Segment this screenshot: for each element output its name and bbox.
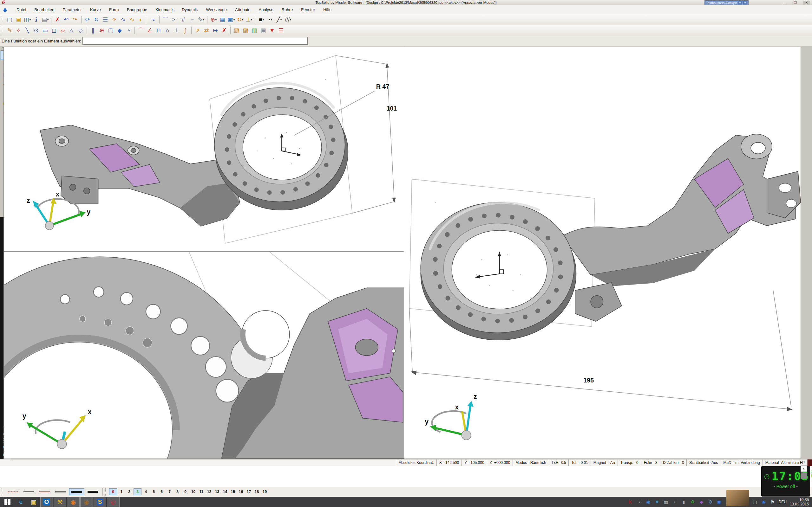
line-style-medium-black[interactable] [53,489,68,495]
file-explorer-taskbar-icon[interactable]: ▣ [28,497,40,507]
layer-2[interactable]: 2 [125,489,133,495]
frame-icon[interactable]: ◻ [50,26,58,35]
outlook-taskbar-icon[interactable]: O [40,497,53,507]
element-filters-icon[interactable]: ☰ [101,15,109,24]
hook-tool-icon[interactable]: ⌐ [188,15,196,24]
save-icon[interactable]: ◫▾ [23,15,32,24]
sweep-face-icon[interactable]: ◔ [124,26,133,35]
viewport-bottom-left[interactable]: y x [3,251,404,459]
layer-12[interactable]: 12 [206,489,213,495]
cockpit-dropdown-1-icon[interactable]: ▾ [738,1,742,4]
bend-curve-icon[interactable]: ⌒ [161,15,170,24]
menu-baugruppe[interactable]: Baugruppe [123,7,151,12]
open-document-icon[interactable]: ▣ [14,15,22,24]
workflow-tray-icon[interactable]: ◆ [699,499,705,504]
menu-hilfe[interactable]: Hilfe [319,7,335,12]
network-tray-icon[interactable]: ▢ [752,499,758,504]
start-button[interactable] [0,497,14,507]
view-layouts-dropdown-icon[interactable]: ▾ [234,18,235,21]
toolbar-handle[interactable] [105,488,107,496]
usb-stick-tray-icon[interactable]: ▮ [681,499,687,504]
zoom-dropdown-icon[interactable]: ▾ [215,18,217,21]
shading-mode-icon[interactable]: ◐ [137,15,145,24]
save-dropdown-icon[interactable]: ▾ [30,18,31,21]
fillet-corner-icon[interactable]: ⌒ [137,26,145,35]
toolbar-handle[interactable] [2,488,3,496]
grid-snap-icon[interactable]: # [179,15,188,24]
ellipse-icon[interactable]: ○ [67,26,76,35]
extrude-block-1-icon[interactable]: ▧ [233,26,241,35]
document-info-icon[interactable]: ℹ [32,15,40,24]
copy-operation-icon[interactable]: ▣ [259,26,267,35]
taskbar-clock[interactable]: 10:35 13.02.2015 [790,498,809,506]
scaled-rectangle-icon[interactable]: ▱ [59,26,67,35]
power-tray-icon[interactable]: ◉ [761,499,767,504]
layer-5[interactable]: 5 [150,489,157,495]
gadget-scrollbar[interactable]: ∧ [801,465,807,480]
orbit-view-icon[interactable]: ↻▾ [236,15,244,24]
chamfer-corner-icon[interactable]: ∠ [146,26,154,35]
layer-9[interactable]: 9 [182,489,189,495]
kaspersky-tray-icon[interactable]: K [628,499,633,504]
parallel-lines-icon[interactable]: ∥ [89,26,97,35]
layer-17[interactable]: 17 [245,489,252,495]
menu-dynamik[interactable]: Dynamik [178,7,202,12]
action-flag-tray-icon[interactable]: ⚑ [770,499,775,504]
menu-bearbeiten[interactable]: Bearbeiten [31,7,58,12]
line-style-extra-thick-black[interactable] [86,489,100,495]
trim-curve-icon[interactable]: ✂ [170,15,179,24]
viewport-right[interactable]: 195 y z x [404,47,801,459]
menu-parameter[interactable]: Parameter [59,7,86,12]
orbit-view-dropdown-icon[interactable]: ▾ [242,18,243,21]
rectangle-icon[interactable]: ▭ [41,26,49,35]
operations-list-icon[interactable]: ☰ [277,26,285,35]
zoom-icon[interactable]: ⊕▾ [209,15,217,24]
menu-rohre[interactable]: Rohre [278,7,297,12]
restore-button[interactable]: ❐ [792,1,799,5]
hatch-style-icon[interactable]: ///▾ [284,15,292,24]
regenerate-view-icon[interactable]: ⟳ [84,15,92,24]
status-overflow-button[interactable] [807,459,812,466]
print-icon[interactable]: ▤▾ [41,15,49,24]
refresh-view-icon[interactable]: ↻ [92,15,101,24]
layer-16[interactable]: 16 [237,489,245,495]
textbaustein-cockpit[interactable]: Textbaustein-Cockpit ▾ ▾ [705,0,749,5]
translate-element-icon[interactable]: ↦ [211,26,219,35]
line-icon[interactable]: ╲ [23,26,32,35]
view-layouts-icon[interactable]: ▩▾ [227,15,235,24]
color-swatch-icon[interactable]: ■▾ [257,15,265,24]
sync-tray-icon[interactable]: ♻ [690,499,696,504]
menu-attribute[interactable]: Attribute [231,7,254,12]
language-indicator[interactable]: DEU [779,500,786,504]
close-button[interactable]: ✕ [803,1,810,5]
pick-tool-icon[interactable]: ✑ [110,15,118,24]
layer-0[interactable]: 0 [109,488,117,495]
point-style-icon[interactable]: •▾ [266,15,274,24]
monkey-app-taskbar-icon[interactable]: ◉ [80,497,93,507]
satellite-tray-icon[interactable]: ◗ [672,499,678,504]
updater-tray-icon[interactable]: ▪ [637,499,642,504]
device-manager-tray-icon[interactable]: ▦ [663,499,669,504]
redo-brush-icon[interactable]: ↷ [71,15,79,24]
arc-tools-icon[interactable]: ∩ [163,26,171,35]
edit-spline-icon[interactable]: ≈ [149,15,157,24]
fit-view-icon[interactable]: ▦ [218,15,226,24]
line-style-dropdown-icon[interactable]: ▾ [281,18,282,21]
print-dropdown-icon[interactable]: ▾ [47,18,49,21]
new-document-icon[interactable]: ▢ [5,15,14,24]
viewport-top-left[interactable]: R 47 101 z x y [3,47,404,252]
anchor-view-icon[interactable]: ⊥▾ [245,15,253,24]
menu-form[interactable]: Form [105,7,122,12]
center-point-icon[interactable]: ⊕ [98,26,106,35]
freehand-spline-icon[interactable]: ∫ [181,26,189,35]
layer-3[interactable]: 3 [134,488,142,495]
polygon-icon[interactable]: ◇ [77,26,85,35]
teamviewer-tray-icon[interactable]: ❖ [654,499,660,504]
scroll-up-icon[interactable]: ∧ [801,465,807,472]
layer-10[interactable]: 10 [190,489,197,495]
line-style-thin-black[interactable] [21,489,36,495]
edit-curve-blue-icon[interactable]: ∿ [119,15,127,24]
planar-face-icon[interactable]: ◆ [115,26,124,35]
align-tool-icon[interactable]: ⊥ [172,26,181,35]
layer-6[interactable]: 6 [158,489,165,495]
